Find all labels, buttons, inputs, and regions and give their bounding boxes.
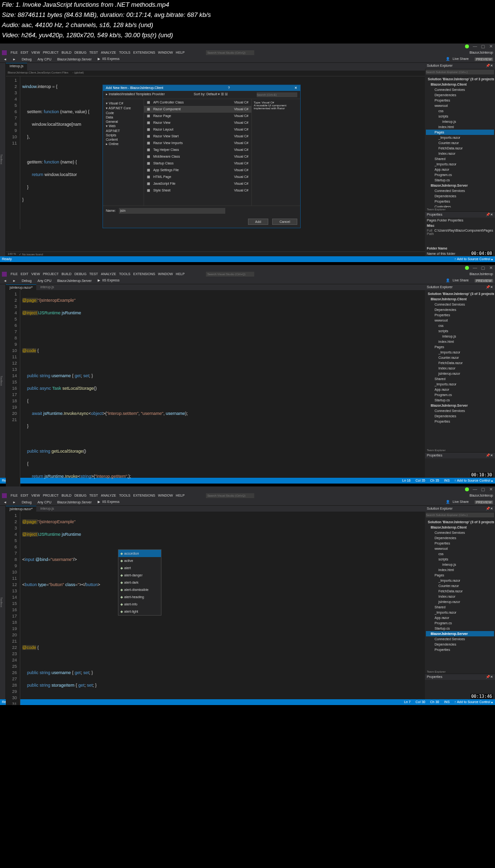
tree-node[interactable]: _Imports.razor bbox=[426, 350, 494, 355]
template-item[interactable]: ▦HTML PageVisual C# bbox=[144, 174, 251, 180]
tree-node[interactable]: Startup.cs bbox=[426, 626, 494, 631]
run-button[interactable]: ▶ IIS Express bbox=[96, 57, 123, 61]
maximize-button[interactable]: ▢ bbox=[481, 487, 485, 492]
tree-node[interactable]: Shared bbox=[426, 604, 494, 610]
installed-tab[interactable]: ▸ Installed/Installed Templates Provider bbox=[106, 92, 165, 97]
debug-config[interactable]: Debug bbox=[20, 58, 33, 61]
tree-node[interactable]: Counter.razor bbox=[426, 140, 494, 146]
menu-analyze[interactable]: ANALYZE bbox=[101, 494, 116, 497]
tree-node[interactable]: interop.js bbox=[426, 119, 494, 124]
tree-node[interactable]: Program.cs bbox=[426, 392, 494, 397]
tree-node[interactable]: css bbox=[426, 323, 494, 328]
solution-tree[interactable]: Solution 'BlazorJsInterop' (3 of 3 proje… bbox=[425, 290, 495, 448]
tree-node[interactable]: Connected Services bbox=[426, 87, 494, 92]
tree-node[interactable]: _Imports.razor bbox=[426, 162, 494, 167]
completion-item[interactable]: ◆active bbox=[118, 557, 161, 564]
live-share-button[interactable]: 👤 Live Share bbox=[444, 500, 471, 504]
tree-node[interactable]: BlazorJsInterop.Client bbox=[426, 296, 494, 302]
template-item[interactable]: ▦Razor ComponentVisual C# bbox=[144, 106, 251, 113]
tree-node[interactable]: Pages bbox=[426, 130, 494, 135]
tree-node[interactable]: FetchData.razor bbox=[426, 146, 494, 151]
category-item[interactable]: ASP.NET bbox=[104, 129, 143, 133]
template-item[interactable]: ▦Razor LayoutVisual C# bbox=[144, 126, 251, 133]
tree-node[interactable]: Properties bbox=[426, 98, 494, 103]
live-share-button[interactable]: 👤 Live Share bbox=[444, 57, 471, 61]
completion-item[interactable]: ◆alert-heading bbox=[118, 593, 161, 601]
tree-node[interactable]: Shared bbox=[426, 156, 494, 162]
intellisense-popup[interactable]: ◆accordion◆active◆alert◆alert-danger◆ale… bbox=[118, 549, 161, 616]
breadcrumb[interactable]: BlazorJsInterop.Client.JavaScript.Conten… bbox=[6, 71, 425, 76]
tree-node[interactable]: App.razor bbox=[426, 615, 494, 620]
completion-item[interactable]: ◆alert-light bbox=[118, 608, 161, 615]
category-item[interactable]: ▾ Web bbox=[104, 124, 143, 129]
tab-interop-js[interactable]: interop.js bbox=[36, 506, 58, 512]
template-item[interactable]: ▦Razor View ImportsVisual C# bbox=[144, 140, 251, 147]
source-control-button[interactable]: ↑ Add to Source Control ▴ bbox=[454, 479, 493, 483]
menu-tools[interactable]: TOOLS bbox=[119, 494, 131, 497]
tree-node[interactable]: BlazorJsInterop.Client bbox=[426, 525, 494, 530]
template-item[interactable]: ▦App Settings FileVisual C# bbox=[144, 167, 251, 174]
tree-node[interactable]: Counter.razor bbox=[426, 355, 494, 360]
code-content[interactable]: @page "/jsInteropExample" @inject IJSRun… bbox=[20, 512, 425, 705]
tree-node[interactable]: Dependencies bbox=[426, 92, 494, 98]
close-button[interactable]: ✕ bbox=[489, 44, 493, 49]
tree-node[interactable]: Program.cs bbox=[426, 172, 494, 177]
template-item[interactable]: ▦Razor ViewVisual C# bbox=[144, 119, 251, 126]
tree-node[interactable]: Index.razor bbox=[426, 151, 494, 156]
tree-node[interactable]: Index.razor bbox=[426, 594, 494, 599]
tree-node[interactable]: scripts bbox=[426, 328, 494, 334]
menu-edit[interactable]: EDIT bbox=[21, 272, 29, 276]
completion-item[interactable]: ◆alert-dismissible bbox=[118, 586, 161, 593]
tree-node[interactable]: BlazorJsInterop.Client bbox=[426, 82, 494, 87]
left-toolstrip[interactable]: Toolbox bbox=[0, 63, 6, 256]
close-button[interactable]: ✕ bbox=[489, 265, 493, 270]
tree-node[interactable]: Properties bbox=[426, 541, 494, 546]
run-button[interactable]: ▶ IIS Express bbox=[96, 279, 123, 282]
tree-node[interactable]: Properties bbox=[426, 199, 494, 204]
category-item[interactable]: Scripts bbox=[104, 133, 143, 137]
template-item[interactable]: ▦Style SheetVisual C# bbox=[144, 187, 251, 194]
template-item[interactable]: ▦Razor View StartVisual C# bbox=[144, 133, 251, 140]
tree-node[interactable]: index.html bbox=[426, 124, 494, 130]
tree-node[interactable]: index.html bbox=[426, 567, 494, 573]
tree-node[interactable]: css bbox=[426, 108, 494, 114]
tree-node[interactable]: index.html bbox=[426, 339, 494, 344]
tree-node[interactable]: wwwroot bbox=[426, 318, 494, 323]
menu-test[interactable]: TEST bbox=[89, 51, 98, 54]
dialog-close-button[interactable]: ✕ bbox=[294, 86, 297, 90]
completion-item[interactable]: ◆accordion bbox=[118, 550, 161, 557]
completion-item[interactable]: ◆alert bbox=[118, 564, 161, 572]
tree-node[interactable]: wwwroot bbox=[426, 546, 494, 551]
tree-node[interactable]: Dependencies bbox=[426, 535, 494, 541]
menu-extensions[interactable]: EXTENSIONS bbox=[133, 51, 155, 54]
minimize-button[interactable]: — bbox=[473, 44, 477, 49]
maximize-button[interactable]: ▢ bbox=[481, 44, 485, 49]
tree-node[interactable]: Pages bbox=[426, 573, 494, 578]
debug-config[interactable]: Debug bbox=[20, 279, 33, 282]
menu-build[interactable]: BUILD bbox=[61, 272, 72, 276]
tree-node[interactable]: _Imports.razor bbox=[426, 578, 494, 583]
tree-node[interactable]: FetchData.razor bbox=[426, 360, 494, 366]
category-item[interactable]: Content bbox=[104, 137, 143, 142]
nav-back-icon[interactable]: ◄ bbox=[2, 500, 8, 504]
tree-node[interactable]: Connected Services bbox=[426, 530, 494, 535]
menu-analyze[interactable]: ANALYZE bbox=[101, 51, 116, 54]
tab-interop-js[interactable]: interop.js bbox=[36, 284, 58, 290]
menu-build[interactable]: BUILD bbox=[61, 51, 72, 54]
tree-node[interactable]: jsInterop.razor bbox=[426, 599, 494, 604]
left-toolstrip[interactable]: Toolbox bbox=[0, 284, 6, 478]
tree-node[interactable]: Startup.cs bbox=[426, 177, 494, 183]
startup-project[interactable]: BlazorJsInterop.Server bbox=[56, 279, 93, 282]
completion-item[interactable]: ◆alert-danger bbox=[118, 572, 161, 579]
cpu-config[interactable]: Any CPU bbox=[36, 500, 53, 504]
menu-window[interactable]: WINDOW bbox=[158, 272, 173, 276]
tree-node[interactable]: Connected Services bbox=[426, 408, 494, 413]
tree-node[interactable]: Dependencies bbox=[426, 307, 494, 312]
menu-build[interactable]: BUILD bbox=[61, 494, 72, 497]
tree-node[interactable]: Dependencies bbox=[426, 193, 494, 199]
template-item[interactable]: ▦Startup ClassVisual C# bbox=[144, 160, 251, 167]
team-explorer-tab[interactable]: Team Explorer bbox=[427, 449, 446, 452]
close-button[interactable]: ✕ bbox=[489, 487, 493, 492]
template-item[interactable]: ▦Tag Helper ClassVisual C# bbox=[144, 147, 251, 153]
search-input[interactable] bbox=[206, 493, 254, 498]
